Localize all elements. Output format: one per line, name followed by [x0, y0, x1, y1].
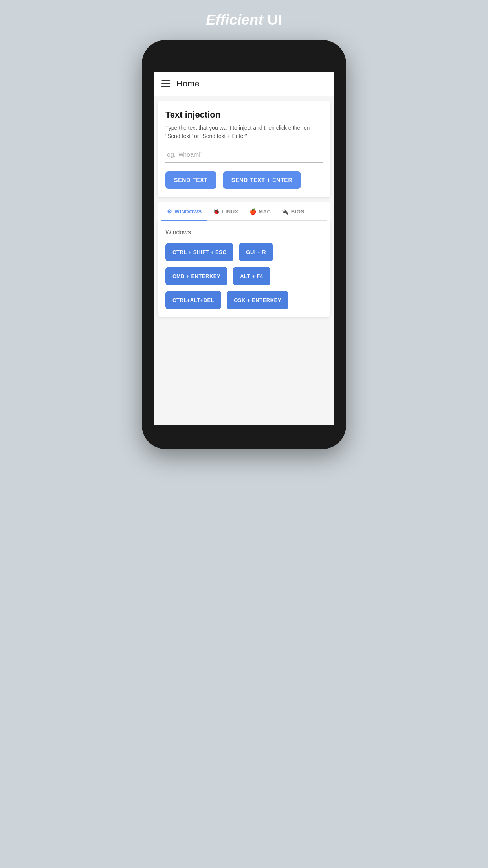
app-title: Efficient UI	[206, 12, 282, 28]
text-injection-card: Text injection Type the text that you wa…	[158, 101, 330, 197]
key-ctrl-alt-del[interactable]: CTRL+ALT+DEL	[165, 291, 221, 309]
card-title: Text injection	[165, 110, 323, 120]
keys-grid: CTRL + SHIFT + ESC GUI + R CMD + ENTERKE…	[165, 243, 323, 309]
windows-tab-icon: ⚙	[167, 208, 172, 215]
tab-bios-label: BIOS	[291, 209, 305, 215]
menu-icon[interactable]	[161, 80, 170, 87]
keys-row-3: CTRL+ALT+DEL OSK + ENTERKEY	[165, 291, 323, 309]
tab-linux[interactable]: 🐞 LINUX	[207, 202, 244, 220]
app-title-regular: UI	[263, 12, 282, 28]
windows-panel: Windows CTRL + SHIFT + ESC GUI + R CMD +…	[158, 221, 330, 317]
send-text-enter-button[interactable]: SEND TEXT + ENTER	[223, 171, 301, 189]
page-title: Home	[176, 79, 200, 89]
phone-shell: Home Text injection Type the text that y…	[142, 40, 346, 449]
text-injection-input[interactable]	[165, 147, 323, 163]
keys-row-1: CTRL + SHIFT + ESC GUI + R	[165, 243, 323, 261]
send-text-button[interactable]: SEND TEXT	[165, 171, 216, 189]
linux-tab-icon: 🐞	[213, 208, 220, 215]
card-description: Type the text that you want to inject an…	[165, 124, 323, 140]
key-osk-enterkey[interactable]: OSK + ENTERKEY	[227, 291, 288, 309]
panel-title: Windows	[165, 229, 323, 236]
tab-windows[interactable]: ⚙ WINDOWS	[161, 202, 207, 220]
key-cmd-enterkey[interactable]: CMD + ENTERKEY	[165, 267, 227, 285]
key-alt-f4[interactable]: ALT + F4	[233, 267, 270, 285]
bios-tab-icon: 🔌	[282, 208, 289, 215]
tab-bios[interactable]: 🔌 BIOS	[276, 202, 310, 220]
keys-row-2: CMD + ENTERKEY ALT + F4	[165, 267, 323, 285]
mac-tab-icon: 🍎	[250, 208, 257, 215]
app-header: Home	[154, 72, 334, 96]
tabs-container: ⚙ WINDOWS 🐞 LINUX 🍎 MAC 🔌 BIOS	[158, 202, 330, 221]
tab-mac[interactable]: 🍎 MAC	[244, 202, 277, 220]
app-title-bold: Efficient	[206, 12, 263, 28]
phone-screen: Home Text injection Type the text that y…	[154, 72, 334, 425]
tabs-row: ⚙ WINDOWS 🐞 LINUX 🍎 MAC 🔌 BIOS	[161, 202, 327, 221]
key-ctrl-shift-esc[interactable]: CTRL + SHIFT + ESC	[165, 243, 233, 261]
key-gui-r[interactable]: GUI + R	[239, 243, 273, 261]
tab-mac-label: MAC	[259, 209, 271, 215]
action-buttons: SEND TEXT SEND TEXT + ENTER	[165, 171, 323, 189]
tab-windows-label: WINDOWS	[175, 209, 202, 215]
tab-linux-label: LINUX	[222, 209, 238, 215]
